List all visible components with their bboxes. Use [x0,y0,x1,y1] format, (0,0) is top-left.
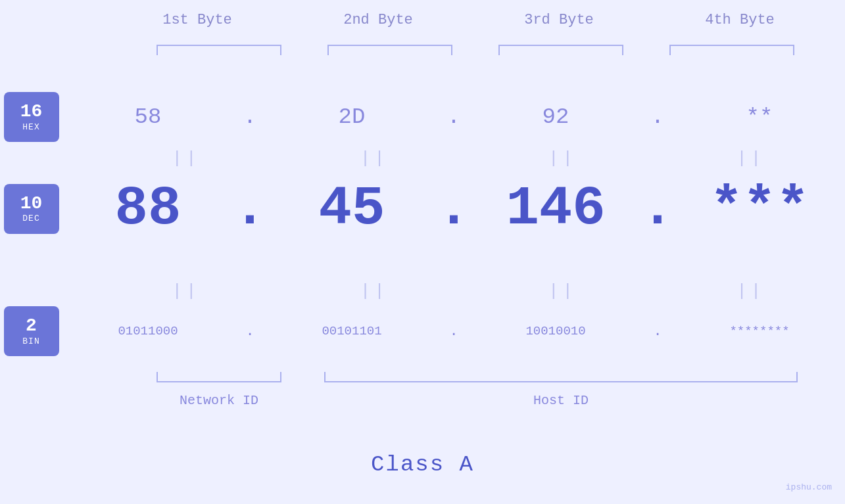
dec-cell-3: 146 [470,177,641,240]
bin-data-row: 01011000 . 00101101 . 10010010 . *******… [62,323,845,340]
equals-1-2: || [280,149,468,168]
equals-2-1: || [92,281,280,301]
hex-value-2: 2D [339,104,366,129]
watermark: ipshu.com [786,482,832,492]
hex-dot-2: . [437,104,470,129]
bin-value-2: 00101101 [322,324,381,338]
equals-row-2: || || || || [92,281,845,301]
page-container: 1st Byte 2nd Byte 3rd Byte 4th Byte 16 H… [0,0,845,504]
dec-row: 10 DEC 88 . 45 . 146 . *** [0,177,845,240]
bin-base-number: 2 [26,316,37,336]
byte-header-1: 1st Byte [107,12,288,28]
byte-header-2: 2nd Byte [288,12,469,28]
top-bracket-line-1 [157,45,281,55]
hex-badge-area: 16 HEX [0,92,62,142]
bin-cell-1: 01011000 [62,324,233,338]
hex-cell-1: 58 [62,104,233,129]
dec-cell-4: *** [674,177,845,240]
top-bracket-line-3 [498,45,623,55]
host-id-label: Host ID [304,393,817,408]
hex-cell-3: 92 [470,104,641,129]
equals-1-4: || [657,149,845,168]
hex-dot-symbol-2: . [447,104,460,129]
hex-cell-4: ** [674,104,845,129]
dec-dot-3: . [641,177,674,240]
dec-badge: 10 DEC [4,184,59,234]
class-label: Class A [0,452,845,477]
equals-1-1: || [92,149,280,168]
top-bracket-3 [475,45,646,55]
network-id-label: Network ID [133,393,304,408]
byte-headers: 1st Byte 2nd Byte 3rd Byte 4th Byte [0,12,845,28]
bin-cell-4: ******** [674,324,845,338]
bin-cell-3: 10010010 [470,324,641,338]
dec-base-label: DEC [22,214,39,223]
equals-2-2: || [280,281,468,301]
hex-dot-symbol-3: . [651,104,664,129]
equals-row-1: || || || || [92,149,845,168]
bin-value-4: ******** [729,324,789,338]
bin-badge: 2 BIN [4,306,59,356]
dec-value-1: 88 [115,177,181,240]
bin-row: 2 BIN 01011000 . 00101101 . 10010010 . [0,306,845,356]
bin-dot-3: . [641,323,674,340]
top-bracket-line-2 [327,45,452,55]
top-bracket-2 [304,45,475,55]
bottom-labels: Network ID Host ID [133,393,817,408]
hex-base-number: 16 [20,102,43,122]
bin-value-1: 01011000 [118,324,178,338]
dec-value-4: *** [710,177,809,240]
dec-dot-symbol-3: . [641,177,674,240]
bin-value-3: 10010010 [525,324,585,338]
byte-header-3: 3rd Byte [469,12,650,28]
dec-cell-2: 45 [266,177,437,240]
hex-value-1: 58 [135,104,162,129]
dec-dot-2: . [437,177,470,240]
byte-header-4: 4th Byte [650,12,831,28]
dec-base-number: 10 [20,194,43,214]
bin-dot-2: . [437,323,470,340]
network-bracket-line [157,372,281,382]
top-bracket-1 [133,45,304,55]
equals-2-4: || [657,281,845,301]
hex-cell-2: 2D [266,104,437,129]
dec-data-row: 88 . 45 . 146 . *** [62,177,845,240]
hex-row: 16 HEX 58 . 2D . 92 . ** [0,92,845,142]
bottom-brackets [133,372,817,382]
equals-1-3: || [469,149,657,168]
top-bracket-line-4 [669,45,794,55]
hex-dot-symbol-1: . [243,104,256,129]
dec-dot-symbol-2: . [437,177,470,240]
bin-dot-1: . [233,323,266,340]
dec-dot-symbol-1: . [233,177,266,240]
bin-dot-symbol-1: . [245,323,254,340]
hex-data-row: 58 . 2D . 92 . ** [62,104,845,129]
bin-badge-area: 2 BIN [0,306,62,356]
top-brackets [133,45,817,55]
bin-base-label: BIN [22,336,39,346]
bin-cell-2: 00101101 [266,324,437,338]
dec-value-3: 146 [506,177,605,240]
hex-dot-1: . [233,104,266,129]
hex-base-label: HEX [22,122,39,132]
hex-value-4: ** [746,104,773,129]
hex-badge: 16 HEX [4,92,59,142]
hex-dot-3: . [641,104,674,129]
dec-badge-area: 10 DEC [0,184,62,234]
dec-dot-1: . [233,177,266,240]
host-bracket-area [304,372,817,382]
equals-2-3: || [469,281,657,301]
network-bracket-area [133,372,304,382]
hex-value-3: 92 [543,104,569,129]
host-bracket-line [324,372,798,382]
dec-value-2: 45 [319,177,385,240]
top-bracket-4 [646,45,817,55]
bin-dot-symbol-3: . [653,323,662,340]
bin-dot-symbol-2: . [449,323,458,340]
dec-cell-1: 88 [62,177,233,240]
